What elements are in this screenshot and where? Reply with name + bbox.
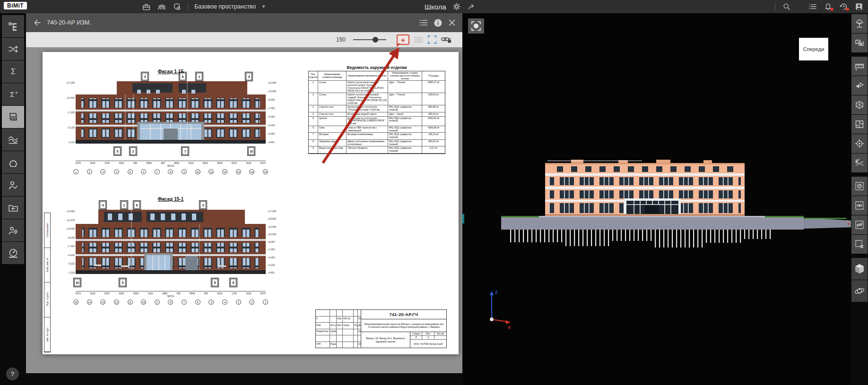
tool-clear-selection[interactable] bbox=[851, 235, 868, 254]
cell-area: 150,11 м² bbox=[422, 133, 445, 140]
time-history-icon[interactable] bbox=[839, 2, 848, 11]
sidebar-tool-view-2d[interactable]: 2D bbox=[2, 106, 24, 128]
grid-axis-bubble: 10 bbox=[141, 299, 146, 305]
dimension-row: 6370312063706000600031202860450594045042… bbox=[76, 291, 266, 295]
settings-gear-icon[interactable] bbox=[452, 2, 461, 11]
tool-grid-axes[interactable]: 12 bbox=[851, 154, 868, 172]
info-icon[interactable] bbox=[434, 18, 443, 27]
elevation-mark: +12,960 bbox=[56, 210, 75, 213]
panel-handle[interactable] bbox=[462, 214, 464, 223]
focus-model-button[interactable] bbox=[468, 18, 484, 34]
tool-measure-ruler[interactable] bbox=[851, 57, 868, 76]
cell-area: 626,54 м² bbox=[422, 93, 445, 105]
menu-list-icon[interactable] bbox=[808, 3, 817, 10]
cell-element: Цоколь bbox=[318, 117, 347, 126]
back-arrow-icon[interactable] bbox=[33, 18, 41, 27]
callout-box: 1 bbox=[196, 73, 202, 80]
sidebar-tool-dashboard-gauge[interactable] bbox=[2, 242, 24, 264]
table-header-cell: Наименование элемента фасада bbox=[318, 71, 347, 81]
tool-view-cube[interactable] bbox=[851, 258, 868, 280]
sidebar-tool-sum[interactable]: Σ bbox=[2, 60, 24, 83]
sidebar-tool-sum-add[interactable]: Σ+ bbox=[2, 83, 24, 105]
sidebar-tool-folder-return[interactable] bbox=[2, 197, 24, 219]
notifications-bell-icon[interactable] bbox=[824, 2, 832, 11]
zoom-slider-knob[interactable] bbox=[373, 37, 378, 43]
cell-area: 4165,85 м² bbox=[422, 126, 445, 133]
tool-show-selection[interactable] bbox=[851, 196, 868, 215]
elevation-mark: +12,960 bbox=[56, 96, 75, 99]
grid-axis-bubble: 11 bbox=[128, 299, 133, 305]
viewer-3d-panel[interactable]: Спереди bbox=[462, 13, 851, 385]
grid-axis-bubble: 11 bbox=[208, 169, 214, 174]
sidebar-tool-user-location[interactable] bbox=[2, 219, 24, 241]
briefcase-icon[interactable] bbox=[142, 2, 151, 11]
view-orientation-label[interactable]: Спереди bbox=[799, 38, 828, 60]
topbar-right-group bbox=[775, 0, 863, 13]
user-avatar-icon[interactable] bbox=[855, 2, 863, 11]
elevation-mark: +12,960 bbox=[268, 81, 286, 84]
layer-lines-icon[interactable] bbox=[413, 36, 424, 43]
help-button[interactable]: ? bbox=[6, 368, 19, 380]
elevation-mark: +17,250 bbox=[56, 81, 75, 84]
dimension-row: 6370312017404210450594045028603120600060… bbox=[76, 161, 266, 164]
tool-nature-tree[interactable] bbox=[851, 14, 868, 33]
cell-material: Кирпич пустотелый лицевой колотый грубый… bbox=[347, 81, 388, 93]
revision-row: ГИПРодионов 04.22 bbox=[316, 342, 361, 348]
tool-locate[interactable] bbox=[851, 134, 868, 153]
cell-element: Стены bbox=[318, 81, 347, 93]
cell-element: Окна bbox=[318, 126, 347, 133]
revision-row: РазработалКурбатов 04.22 bbox=[316, 329, 361, 336]
sidebar-tool-user-check[interactable] bbox=[2, 174, 24, 196]
show-eye-icon bbox=[854, 200, 865, 211]
zoom-slider[interactable] bbox=[353, 39, 386, 40]
sidebar-tool-plugins[interactable] bbox=[2, 151, 24, 173]
cell-element: Наружные двери bbox=[318, 140, 347, 147]
elevation-mark: -1,200 bbox=[56, 271, 75, 274]
elevation-mark: +4,400 bbox=[56, 254, 75, 257]
grid-axis-bubble: 14 bbox=[249, 169, 254, 174]
viewer-2d-header: 740-20-АР ИЗМ. bbox=[26, 13, 462, 32]
sidebar-tool-shuffle-connections[interactable] bbox=[2, 38, 24, 60]
table-header-cell: Наименование материала отделки bbox=[347, 71, 388, 81]
grid-axis-bubble: 9 bbox=[182, 169, 187, 174]
tool-hide-selection[interactable] bbox=[851, 215, 868, 234]
elevation-mark: +7,050 bbox=[56, 245, 75, 248]
fit-screen-icon[interactable] bbox=[427, 35, 437, 44]
cell-area: 285,24 м² bbox=[422, 112, 445, 117]
tool-floor-plan[interactable] bbox=[851, 115, 868, 134]
drawing-sheet[interactable]: СогласованоВзам. инв. №Подп. и датаИнв. … bbox=[43, 52, 459, 354]
sidebar-tool-model-structure[interactable] bbox=[2, 15, 24, 37]
workspace-selector[interactable]: Базовое пространство ▼ bbox=[194, 3, 266, 10]
deselect-icon bbox=[854, 239, 865, 249]
tool-capture-view[interactable] bbox=[851, 34, 868, 52]
cell-position: 8 bbox=[309, 140, 318, 147]
cell-color: RAL 9011 (графитно-черный) bbox=[388, 105, 422, 112]
link-lock-icon[interactable] bbox=[441, 35, 452, 44]
facade-1-15-block: Фасад 1-15 3 6 1 4 bbox=[61, 69, 284, 179]
close-icon[interactable] bbox=[448, 19, 456, 26]
sidebar-tool-trend-lines[interactable] bbox=[2, 128, 24, 151]
table-row: 4 Участки стен Штукатурка жидкий гранит … bbox=[309, 112, 445, 117]
elevation-mark: +10,950 bbox=[268, 90, 286, 93]
section-box-icon bbox=[854, 100, 865, 110]
shield-history-icon[interactable] bbox=[173, 2, 182, 11]
sheet-list-icon[interactable] bbox=[419, 19, 428, 26]
plugins-icon bbox=[8, 157, 19, 168]
stage-values: П2 bbox=[410, 336, 446, 340]
axis-z-label: Z bbox=[495, 290, 498, 295]
team-icon[interactable] bbox=[157, 2, 166, 11]
share-icon[interactable] bbox=[467, 2, 476, 11]
add-annotation-button[interactable]: + bbox=[397, 34, 409, 45]
tool-orbit[interactable] bbox=[851, 280, 868, 302]
callout-box: 3 bbox=[200, 201, 206, 209]
elevation-mark: +3,150 bbox=[56, 126, 75, 129]
elevation-mark: +4,350 bbox=[268, 256, 286, 259]
tool-flip-section[interactable] bbox=[851, 76, 868, 95]
cell-position: 3 bbox=[309, 105, 318, 112]
search-icon[interactable] bbox=[782, 2, 791, 11]
viewer-2d-panel: 740-20-АР ИЗМ. 150 + bbox=[26, 13, 462, 385]
tool-isolate-selection[interactable] bbox=[851, 177, 868, 196]
tool-section-box[interactable] bbox=[851, 95, 868, 114]
cell-position: 4 bbox=[309, 112, 318, 117]
drawing-canvas[interactable]: СогласованоВзам. инв. №Подп. и датаИнв. … bbox=[26, 47, 462, 373]
